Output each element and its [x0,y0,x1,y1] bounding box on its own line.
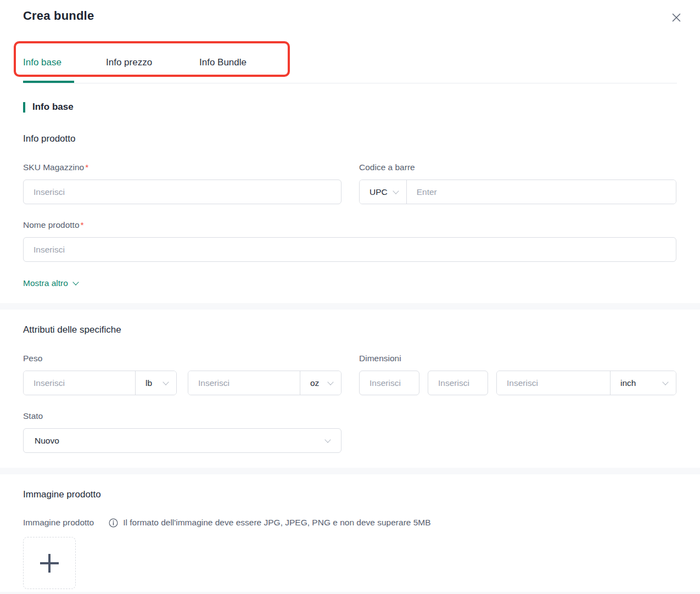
dimension-input-height[interactable] [497,371,610,395]
dimensions-field-group: Dimensioni inch [359,354,676,395]
close-icon [670,12,682,24]
required-asterisk: * [81,220,84,229]
section-title: Info base [32,102,74,113]
sku-field-group: SKU Magazzino* [23,162,341,204]
condition-field-group: Stato Nuovo [23,411,341,453]
weight-input-group-2: oz [188,371,341,395]
chevron-down-icon [324,436,331,442]
image-section-title: Immagine prodotto [23,489,101,500]
weight-input-oz[interactable] [188,371,300,395]
tab-info-prezzo[interactable]: Info prezzo [106,57,152,68]
barcode-input[interactable] [407,180,676,204]
weight-field-group: Peso lb oz [23,354,341,395]
page-title: Crea bundle [23,9,94,23]
plus-icon [40,554,59,573]
weight-unit-select-oz[interactable]: oz [300,371,341,395]
section-divider [0,592,700,594]
subsection-title-info-prodotto: Info prodotto [23,133,75,144]
condition-label: Stato [23,411,341,423]
show-more-label: Mostra altro [23,278,68,288]
dimensions-label: Dimensioni [359,354,676,365]
weight-unit-value: lb [145,378,152,388]
chevron-down-icon [327,379,333,385]
section-divider [0,303,700,310]
barcode-type-select[interactable]: UPC [360,180,407,204]
tab-info-bundle[interactable]: Info Bundle [199,57,247,68]
image-upload-button[interactable] [23,537,76,589]
tab-info-base[interactable]: Info base [23,57,61,68]
sku-label: SKU Magazzino* [23,162,341,174]
product-name-label: Nome prodotto* [23,220,676,232]
section-divider [0,468,700,474]
dimension-input-group-height: inch [496,371,676,395]
weight-unit-select-lb[interactable]: lb [135,371,176,395]
active-tab-underline [23,81,74,83]
chevron-down-icon [393,188,399,194]
close-button[interactable] [669,10,684,25]
sku-input[interactable] [23,180,341,204]
dimensions-unit-value: inch [620,378,636,388]
chevron-down-icon [72,279,79,285]
weight-input-group-1: lb [23,371,177,395]
barcode-input-group: UPC [359,180,676,204]
section-accent-bar [23,102,25,113]
image-hint-text: Il formato dell'immagine deve essere JPG… [123,518,430,528]
condition-value: Nuovo [35,436,59,446]
show-more-link[interactable]: Mostra altro [23,278,78,288]
condition-select[interactable]: Nuovo [23,428,341,453]
weight-input-lb[interactable] [24,371,135,395]
attributes-section-title: Attributi delle specifiche [23,324,121,335]
tabbar-divider [23,83,677,83]
product-name-input[interactable] [23,237,676,262]
image-field-label: Immagine prodotto [23,518,94,528]
barcode-field-group: Codice a barre UPC [359,162,676,204]
dimension-input-width[interactable] [428,371,488,395]
chevron-down-icon [662,379,668,385]
product-name-field-group: Nome prodotto* [23,220,676,262]
weight-label: Peso [23,354,341,365]
required-asterisk: * [85,162,88,172]
image-field-row: Immagine prodotto Il formato dell'immagi… [23,518,431,528]
weight-unit-value: oz [310,378,319,388]
barcode-type-value: UPC [369,187,388,197]
chevron-down-icon [163,379,169,385]
dimensions-unit-select[interactable]: inch [610,371,676,395]
section-header-info-base: Info base [23,102,74,113]
dimension-input-length[interactable] [359,371,419,395]
create-bundle-modal: Crea bundle Info base Info prezzo Info B… [0,0,700,594]
info-icon [109,518,118,528]
barcode-label: Codice a barre [359,162,676,174]
